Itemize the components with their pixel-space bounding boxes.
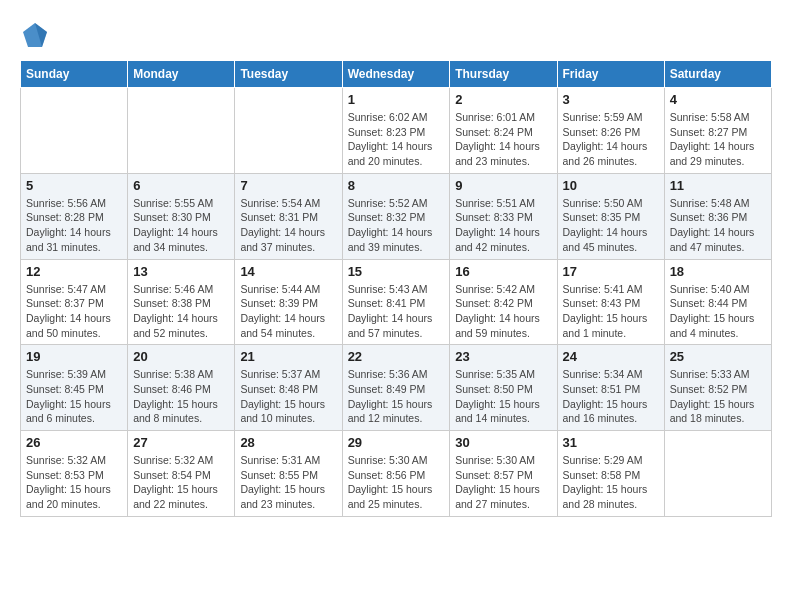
day-info: Sunrise: 5:59 AMSunset: 8:26 PMDaylight:… <box>563 110 659 169</box>
day-info: Sunrise: 5:44 AMSunset: 8:39 PMDaylight:… <box>240 282 336 341</box>
day-number: 1 <box>348 92 445 107</box>
day-cell: 27Sunrise: 5:32 AMSunset: 8:54 PMDayligh… <box>128 431 235 517</box>
day-number: 2 <box>455 92 551 107</box>
day-info: Sunrise: 5:41 AMSunset: 8:43 PMDaylight:… <box>563 282 659 341</box>
day-cell: 22Sunrise: 5:36 AMSunset: 8:49 PMDayligh… <box>342 345 450 431</box>
day-number: 4 <box>670 92 766 107</box>
logo-icon <box>20 20 50 50</box>
day-info: Sunrise: 5:37 AMSunset: 8:48 PMDaylight:… <box>240 367 336 426</box>
day-number: 31 <box>563 435 659 450</box>
day-info: Sunrise: 5:50 AMSunset: 8:35 PMDaylight:… <box>563 196 659 255</box>
day-cell <box>664 431 771 517</box>
day-info: Sunrise: 5:48 AMSunset: 8:36 PMDaylight:… <box>670 196 766 255</box>
day-number: 23 <box>455 349 551 364</box>
day-cell <box>21 88 128 174</box>
day-info: Sunrise: 5:34 AMSunset: 8:51 PMDaylight:… <box>563 367 659 426</box>
day-number: 12 <box>26 264 122 279</box>
day-cell: 5Sunrise: 5:56 AMSunset: 8:28 PMDaylight… <box>21 173 128 259</box>
day-cell: 16Sunrise: 5:42 AMSunset: 8:42 PMDayligh… <box>450 259 557 345</box>
day-number: 30 <box>455 435 551 450</box>
day-info: Sunrise: 5:30 AMSunset: 8:56 PMDaylight:… <box>348 453 445 512</box>
day-cell: 14Sunrise: 5:44 AMSunset: 8:39 PMDayligh… <box>235 259 342 345</box>
day-number: 9 <box>455 178 551 193</box>
day-info: Sunrise: 5:42 AMSunset: 8:42 PMDaylight:… <box>455 282 551 341</box>
day-number: 6 <box>133 178 229 193</box>
day-cell: 26Sunrise: 5:32 AMSunset: 8:53 PMDayligh… <box>21 431 128 517</box>
day-number: 22 <box>348 349 445 364</box>
day-info: Sunrise: 5:35 AMSunset: 8:50 PMDaylight:… <box>455 367 551 426</box>
day-number: 11 <box>670 178 766 193</box>
day-cell: 9Sunrise: 5:51 AMSunset: 8:33 PMDaylight… <box>450 173 557 259</box>
week-row-3: 12Sunrise: 5:47 AMSunset: 8:37 PMDayligh… <box>21 259 772 345</box>
day-header-saturday: Saturday <box>664 61 771 88</box>
day-info: Sunrise: 5:31 AMSunset: 8:55 PMDaylight:… <box>240 453 336 512</box>
day-header-thursday: Thursday <box>450 61 557 88</box>
day-header-friday: Friday <box>557 61 664 88</box>
day-info: Sunrise: 5:32 AMSunset: 8:54 PMDaylight:… <box>133 453 229 512</box>
day-info: Sunrise: 5:33 AMSunset: 8:52 PMDaylight:… <box>670 367 766 426</box>
day-number: 15 <box>348 264 445 279</box>
day-number: 14 <box>240 264 336 279</box>
day-number: 3 <box>563 92 659 107</box>
day-number: 16 <box>455 264 551 279</box>
day-cell: 8Sunrise: 5:52 AMSunset: 8:32 PMDaylight… <box>342 173 450 259</box>
page-header <box>20 20 772 50</box>
day-info: Sunrise: 5:30 AMSunset: 8:57 PMDaylight:… <box>455 453 551 512</box>
day-number: 19 <box>26 349 122 364</box>
day-number: 17 <box>563 264 659 279</box>
day-info: Sunrise: 5:54 AMSunset: 8:31 PMDaylight:… <box>240 196 336 255</box>
day-cell <box>235 88 342 174</box>
week-row-2: 5Sunrise: 5:56 AMSunset: 8:28 PMDaylight… <box>21 173 772 259</box>
day-info: Sunrise: 6:01 AMSunset: 8:24 PMDaylight:… <box>455 110 551 169</box>
day-number: 25 <box>670 349 766 364</box>
day-cell: 12Sunrise: 5:47 AMSunset: 8:37 PMDayligh… <box>21 259 128 345</box>
day-number: 20 <box>133 349 229 364</box>
day-cell: 23Sunrise: 5:35 AMSunset: 8:50 PMDayligh… <box>450 345 557 431</box>
day-cell: 15Sunrise: 5:43 AMSunset: 8:41 PMDayligh… <box>342 259 450 345</box>
day-cell: 11Sunrise: 5:48 AMSunset: 8:36 PMDayligh… <box>664 173 771 259</box>
day-cell: 20Sunrise: 5:38 AMSunset: 8:46 PMDayligh… <box>128 345 235 431</box>
day-cell: 1Sunrise: 6:02 AMSunset: 8:23 PMDaylight… <box>342 88 450 174</box>
day-number: 27 <box>133 435 229 450</box>
day-number: 5 <box>26 178 122 193</box>
logo <box>20 20 54 50</box>
day-info: Sunrise: 5:43 AMSunset: 8:41 PMDaylight:… <box>348 282 445 341</box>
day-info: Sunrise: 5:29 AMSunset: 8:58 PMDaylight:… <box>563 453 659 512</box>
day-cell: 18Sunrise: 5:40 AMSunset: 8:44 PMDayligh… <box>664 259 771 345</box>
day-cell: 6Sunrise: 5:55 AMSunset: 8:30 PMDaylight… <box>128 173 235 259</box>
week-row-1: 1Sunrise: 6:02 AMSunset: 8:23 PMDaylight… <box>21 88 772 174</box>
day-header-wednesday: Wednesday <box>342 61 450 88</box>
day-info: Sunrise: 5:55 AMSunset: 8:30 PMDaylight:… <box>133 196 229 255</box>
day-header-tuesday: Tuesday <box>235 61 342 88</box>
day-number: 29 <box>348 435 445 450</box>
day-cell: 30Sunrise: 5:30 AMSunset: 8:57 PMDayligh… <box>450 431 557 517</box>
day-info: Sunrise: 5:56 AMSunset: 8:28 PMDaylight:… <box>26 196 122 255</box>
day-info: Sunrise: 5:52 AMSunset: 8:32 PMDaylight:… <box>348 196 445 255</box>
day-info: Sunrise: 6:02 AMSunset: 8:23 PMDaylight:… <box>348 110 445 169</box>
day-info: Sunrise: 5:58 AMSunset: 8:27 PMDaylight:… <box>670 110 766 169</box>
day-cell: 28Sunrise: 5:31 AMSunset: 8:55 PMDayligh… <box>235 431 342 517</box>
day-number: 7 <box>240 178 336 193</box>
day-cell: 17Sunrise: 5:41 AMSunset: 8:43 PMDayligh… <box>557 259 664 345</box>
day-info: Sunrise: 5:47 AMSunset: 8:37 PMDaylight:… <box>26 282 122 341</box>
day-number: 18 <box>670 264 766 279</box>
day-cell: 10Sunrise: 5:50 AMSunset: 8:35 PMDayligh… <box>557 173 664 259</box>
day-cell: 21Sunrise: 5:37 AMSunset: 8:48 PMDayligh… <box>235 345 342 431</box>
calendar-table: SundayMondayTuesdayWednesdayThursdayFrid… <box>20 60 772 517</box>
day-cell: 29Sunrise: 5:30 AMSunset: 8:56 PMDayligh… <box>342 431 450 517</box>
day-number: 26 <box>26 435 122 450</box>
day-info: Sunrise: 5:46 AMSunset: 8:38 PMDaylight:… <box>133 282 229 341</box>
day-cell: 3Sunrise: 5:59 AMSunset: 8:26 PMDaylight… <box>557 88 664 174</box>
day-number: 8 <box>348 178 445 193</box>
day-cell: 7Sunrise: 5:54 AMSunset: 8:31 PMDaylight… <box>235 173 342 259</box>
day-number: 13 <box>133 264 229 279</box>
day-number: 10 <box>563 178 659 193</box>
day-number: 28 <box>240 435 336 450</box>
week-row-4: 19Sunrise: 5:39 AMSunset: 8:45 PMDayligh… <box>21 345 772 431</box>
day-number: 21 <box>240 349 336 364</box>
day-number: 24 <box>563 349 659 364</box>
day-header-sunday: Sunday <box>21 61 128 88</box>
day-info: Sunrise: 5:36 AMSunset: 8:49 PMDaylight:… <box>348 367 445 426</box>
day-cell: 13Sunrise: 5:46 AMSunset: 8:38 PMDayligh… <box>128 259 235 345</box>
day-info: Sunrise: 5:32 AMSunset: 8:53 PMDaylight:… <box>26 453 122 512</box>
